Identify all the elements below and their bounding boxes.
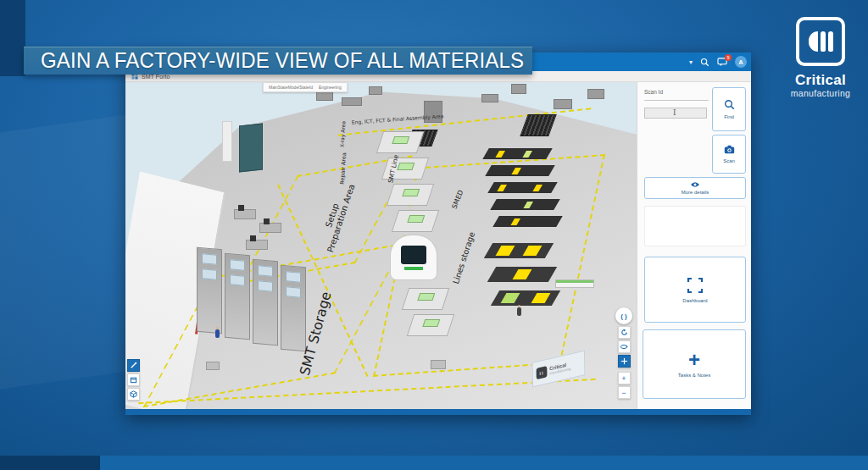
machine <box>481 94 498 102</box>
avatar[interactable]: A <box>735 56 747 68</box>
rack-row <box>492 216 563 227</box>
expand-icon <box>687 277 704 294</box>
app-window: ▾ 9 A SMT Porto <box>125 53 751 415</box>
storage-cabinet <box>281 265 306 352</box>
logo-bar <box>821 31 826 52</box>
search-icon <box>724 99 735 110</box>
search-icon[interactable] <box>700 58 709 67</box>
whiteboard <box>222 121 232 162</box>
rack-row <box>485 165 555 176</box>
workstation <box>246 240 268 250</box>
operator-figure <box>517 307 521 316</box>
notifications-icon[interactable]: 9 <box>717 58 727 67</box>
divider <box>644 100 709 101</box>
focus-button[interactable]: ( ) <box>615 307 632 324</box>
chevron-down-icon[interactable]: ▾ <box>689 58 693 66</box>
bottom-band-dark <box>0 456 100 470</box>
rack-row <box>487 267 557 282</box>
desk <box>206 362 220 370</box>
rack-row <box>482 148 553 159</box>
cube-view-button[interactable] <box>127 388 140 401</box>
tasks-notes-label: Tasks & Notes <box>678 373 710 378</box>
storage-cabinet <box>197 247 222 335</box>
scan-button[interactable]: Scan <box>712 135 746 174</box>
tooltip-value: Engineering <box>319 85 342 90</box>
machine <box>587 89 604 99</box>
machine <box>554 99 572 109</box>
more-details-button[interactable]: More details <box>644 177 746 199</box>
zoom-out-button[interactable]: − <box>618 386 631 399</box>
machine <box>369 86 382 95</box>
teal-board <box>239 124 263 173</box>
rotate-icon[interactable] <box>618 326 631 339</box>
rack-row <box>484 243 554 258</box>
scan-id-label: Scan Id <box>644 89 663 95</box>
brand-name: Critical <box>787 72 854 89</box>
banner-text: GAIN A FACTORY-WIDE VIEW OF ALL MATERIAL… <box>41 48 524 73</box>
edit-tool-button[interactable] <box>127 359 140 372</box>
workstation <box>259 223 281 233</box>
eye-icon <box>690 181 700 188</box>
more-details-label: More details <box>682 190 709 195</box>
state-tooltip: MainStateModelStateId Engineering <box>263 82 348 92</box>
banner-title: GAIN A FACTORY-WIDE VIEW OF ALL MATERIAL… <box>24 47 532 75</box>
storage-cabinet <box>253 259 278 346</box>
ibeam-cursor: I <box>673 108 676 117</box>
window-bottom-bar <box>125 409 751 415</box>
machine <box>511 84 526 94</box>
right-panel: Scan Id I Find Scan More details Dashboa… <box>637 82 751 409</box>
dashboard-button[interactable]: Dashboard <box>644 257 746 323</box>
smt-machine <box>387 184 434 206</box>
logo-crescent <box>809 31 818 52</box>
viewer-toolbar <box>127 359 140 401</box>
critical-mini-logo-icon: ıı <box>537 366 548 379</box>
desk <box>431 360 446 369</box>
scan-label: Scan <box>723 158 735 163</box>
logo-bar <box>828 31 833 52</box>
tooltip-key: MainStateModelStateId <box>269 85 313 90</box>
bottom-band <box>100 456 868 470</box>
rack-row <box>490 199 560 210</box>
finished-goods-rack <box>555 279 594 288</box>
operator-figure <box>215 329 220 338</box>
critical-logo-icon <box>796 17 845 66</box>
plus-icon: + <box>688 351 700 368</box>
find-button[interactable]: Find <box>712 87 746 131</box>
empty-card <box>644 206 746 246</box>
find-label: Find <box>724 114 734 119</box>
orbit-icon[interactable] <box>618 340 631 353</box>
tasks-notes-button[interactable]: + Tasks & Notes <box>643 329 746 399</box>
smt-machine <box>402 288 449 310</box>
dashboard-label: Dashboard <box>682 298 707 303</box>
brand-block: Critical manufacturing <box>787 17 854 98</box>
machine <box>342 97 362 106</box>
notification-badge: 9 <box>725 54 732 61</box>
viewer-nav-controls: ( ) + − <box>615 307 632 399</box>
smt-machine <box>392 210 439 232</box>
factory-3d-view[interactable]: SMT Storage Setup Preparation Area Lines… <box>125 82 637 409</box>
storage-cabinet <box>225 253 250 340</box>
workstation <box>234 209 256 219</box>
corner-shade <box>0 0 25 76</box>
package-view-button[interactable] <box>127 373 140 386</box>
dome-machine <box>390 235 437 280</box>
rack-row <box>487 182 558 193</box>
smt-machine <box>407 314 454 336</box>
pan-tool-button[interactable] <box>618 355 631 368</box>
zoom-in-button[interactable]: + <box>618 372 631 384</box>
rack-row <box>491 290 560 306</box>
brand-tagline: manufacturing <box>787 88 854 98</box>
camera-icon <box>724 145 735 154</box>
